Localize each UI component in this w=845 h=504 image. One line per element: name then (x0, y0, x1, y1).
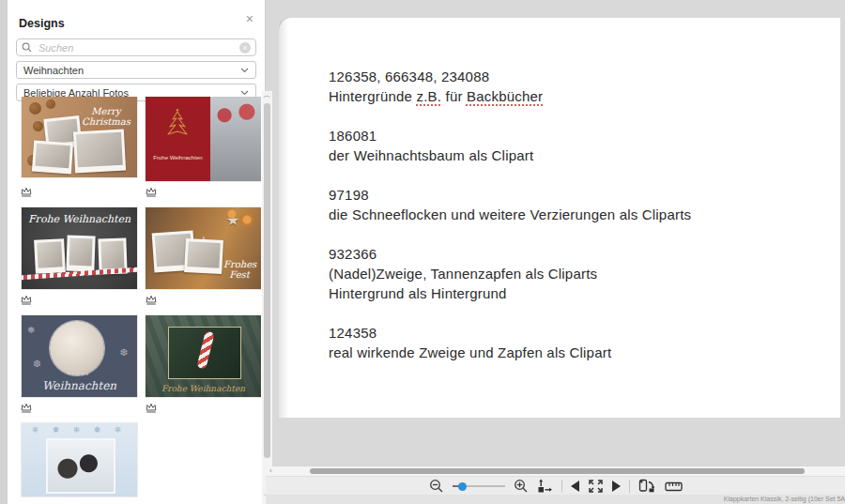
design-caption-overline: FROHE (22, 372, 137, 376)
christmas-tree-icon (163, 108, 192, 142)
snowflake-decor: ❄ ❅ ❄ ❅ ❄ (22, 425, 137, 435)
design-caption: Frohe Weihnachten (146, 155, 210, 160)
next-page-icon (612, 481, 621, 492)
gingerbread-decor (29, 102, 41, 115)
design-thumbnail-chalkboard[interactable]: Frohe Weihnachten (22, 207, 137, 289)
next-page-button[interactable] (612, 481, 621, 492)
scroll-left-icon[interactable]: ‹ (269, 466, 272, 476)
design-photo (50, 321, 104, 375)
zoom-out-icon (429, 479, 444, 494)
premium-crown-icon (20, 294, 33, 306)
scroll-up-icon[interactable]: ︿ (262, 91, 272, 100)
design-thumbnail-ice-blue[interactable]: ❄ ❅ ❄ ❅ ❄ (22, 423, 137, 496)
text-group: 126358, 666348, 234088 Hintergründe z.B.… (329, 67, 691, 106)
text-line: 186081 (329, 126, 691, 145)
fit-to-page-icon (537, 479, 553, 494)
spellcheck-word: z.B. (417, 88, 442, 104)
ruler-button[interactable] (665, 481, 683, 492)
bottom-toolbar (266, 476, 845, 496)
category-dropdown-value: Weihnachten (23, 65, 84, 76)
design-caption: Frohe Weihnachten (22, 213, 137, 225)
close-icon[interactable]: × (246, 12, 254, 25)
ruler-icon (665, 481, 683, 492)
panel-title: Designs (19, 17, 65, 30)
zoom-in-button[interactable] (514, 479, 529, 494)
design-caption: Weihnachten (22, 379, 137, 392)
design-thumbnail-wood-gingerbread[interactable]: Merry Christmas (22, 97, 137, 177)
text-line: der Weihnachtsbaum als Clipart (329, 145, 691, 165)
category-dropdown[interactable]: Weihnachten (16, 61, 256, 79)
text-line: die Schneeflocken und weitere Verzierung… (329, 205, 691, 224)
editor-page[interactable]: 126358, 666348, 234088 Hintergründe z.B.… (279, 18, 840, 418)
scrollbar-thumb[interactable] (310, 468, 805, 474)
text-line: 97198 (329, 185, 691, 205)
design-thumbnail-red-tree[interactable]: Frohe Weihnachten (146, 97, 261, 181)
zoom-out-button[interactable] (429, 479, 444, 494)
design-photo (210, 97, 261, 181)
search-input[interactable] (37, 41, 235, 54)
fit-to-window-button[interactable] (588, 479, 604, 494)
premium-crown-icon (20, 402, 33, 414)
text-group: 124358 real wirkende Zweige und Zapfen a… (329, 323, 691, 362)
sidebar-scrollbar[interactable] (262, 91, 272, 504)
toolbar-divider (629, 480, 630, 493)
page-text-block[interactable]: 126358, 666348, 234088 Hintergründe z.B.… (329, 67, 691, 382)
prev-page-icon (571, 481, 579, 492)
premium-crown-icon (20, 186, 33, 198)
status-bar: Klappkarten Klassik, 2-seitig (10er Set … (266, 495, 845, 504)
design-photo (168, 327, 241, 379)
text-line: real wirkende Zweige und Zapfen als Clip… (329, 343, 691, 362)
spellcheck-word: Backbücher (467, 88, 543, 104)
text-group: 186081 der Weihnachtsbaum als Clipart (329, 126, 691, 165)
text-group: 932366 (Nadel)Zweige, Tannenzapfen als C… (329, 244, 691, 303)
clear-search-icon[interactable]: × (239, 42, 251, 53)
text-line: 126358, 666348, 234088 (329, 67, 691, 86)
rotate-page-button[interactable] (638, 479, 656, 494)
designs-panel: Designs × × Weihnachten Beliebige Anzahl… (8, 0, 266, 504)
zoom-slider[interactable] (453, 481, 505, 492)
search-box[interactable]: × (16, 38, 256, 56)
design-thumbnail-rustic-stars[interactable]: ★ ★ Frohes Fest (146, 207, 261, 289)
search-icon (22, 42, 32, 53)
product-name-label: Klappkarten Klassik, 2-seitig (10er Set … (724, 496, 845, 502)
designs-panel-header: Designs × (8, 0, 265, 37)
premium-crown-icon (145, 186, 158, 198)
chevron-down-icon (240, 68, 249, 73)
text-line: Hintergründe z.B. für Backbücher (329, 86, 691, 106)
horizontal-scrollbar[interactable]: ‹ (266, 466, 845, 476)
design-thumbnail-grid: Merry Christmas Frohe Weihnachten (15, 97, 261, 504)
text-line: 932366 (329, 244, 691, 264)
candy-cane-decor (196, 330, 214, 369)
design-thumbnail-navy-circle[interactable]: ❅ ❆ ❆ FROHE Weihnachten (22, 315, 137, 397)
rotate-page-icon (638, 479, 656, 494)
text-group: 97198 die Schneeflocken und weitere Verz… (329, 185, 691, 224)
fit-to-page-button[interactable] (537, 479, 553, 494)
design-caption: Merry Christmas (80, 106, 132, 127)
scrollbar-thumb[interactable] (264, 103, 270, 458)
prev-page-button[interactable] (571, 481, 579, 492)
chevron-down-icon (240, 90, 249, 96)
text-line: 124358 (329, 323, 691, 343)
window-edge-strip (0, 0, 8, 504)
text-line: Hintergrund als Hintergrund (329, 283, 691, 303)
premium-crown-icon (145, 402, 158, 414)
design-thumbnail-green-fir[interactable]: Frohe Weihnachten (146, 315, 261, 397)
design-caption: Frohe Weihnachten (146, 384, 261, 393)
zoom-in-icon (514, 479, 529, 494)
text-line: (Nadel)Zweige, Tannenzapfen als Cliparts (329, 264, 691, 283)
design-photo (46, 438, 115, 494)
premium-crown-icon (145, 294, 158, 306)
design-caption: Frohes Fest (223, 259, 255, 280)
zoom-slider-knob[interactable] (458, 482, 467, 491)
expand-arrows-icon (588, 479, 604, 494)
toolbar-divider (561, 480, 562, 493)
